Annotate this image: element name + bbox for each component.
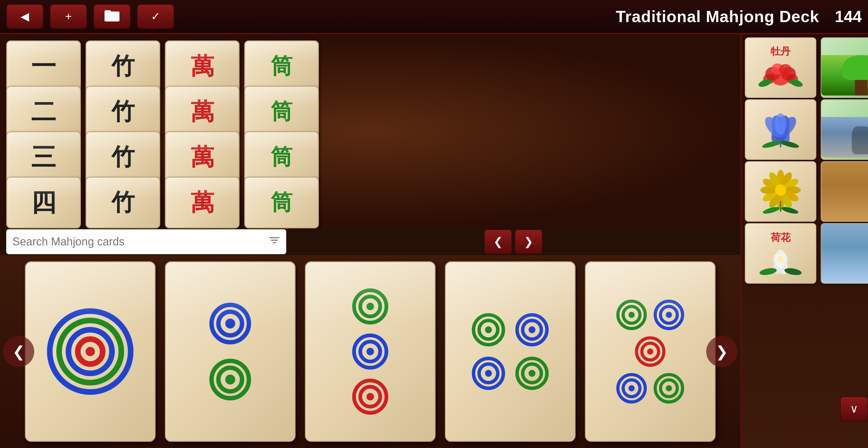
right-nav-group: ∨ ∧ [840, 396, 868, 421]
tile-circle-2[interactable]: 筒 [244, 86, 319, 137]
season-tile-spring[interactable]: 春季 [821, 37, 868, 98]
tile-man-1[interactable]: 一 [6, 40, 81, 92]
flower-tiles-col: 牡丹 [742, 34, 819, 302]
lotus-label: 荷花 [771, 231, 790, 245]
right-arrow-icon: ❯ [716, 343, 728, 360]
tile-bamboo-1[interactable]: 竹 [86, 40, 160, 92]
search-bar-area: ❮ ❯ [0, 228, 740, 255]
dot-tile-3[interactable] [305, 261, 436, 442]
tile-man-2[interactable]: 二 [6, 86, 81, 137]
card-stacks: 一 二 三 四 竹 竹 [0, 34, 740, 228]
season-tile-winter[interactable] [821, 223, 868, 284]
season-tile-autumn[interactable] [821, 161, 868, 222]
season-tiles-col: 春季 夏季 [819, 34, 868, 302]
prev-nav-icon: ❮ [493, 235, 503, 248]
svg-point-49 [666, 385, 672, 391]
tile-bamboo-2[interactable]: 竹 [86, 86, 160, 137]
svg-point-86 [777, 256, 784, 262]
tile-man-3[interactable]: 三 [6, 131, 81, 183]
scroll-down-button[interactable]: ∨ [840, 396, 868, 421]
svg-point-13 [225, 375, 235, 385]
svg-point-63 [775, 113, 786, 135]
svg-point-7 [86, 347, 95, 356]
svg-point-79 [775, 185, 786, 196]
svg-point-37 [628, 312, 635, 318]
left-panel: 一 二 三 四 竹 竹 [0, 34, 740, 448]
add-button[interactable]: + [50, 4, 87, 29]
check-button[interactable]: ✓ [137, 4, 174, 29]
check-icon: ✓ [151, 10, 160, 23]
tile-char-2[interactable]: 萬 [165, 86, 240, 137]
deck-count: 144 [835, 7, 862, 26]
spacer [323, 40, 734, 228]
svg-point-43 [647, 348, 653, 355]
spring-label: 春季 [822, 40, 868, 55]
flower-tile-lotus[interactable]: 荷花 [745, 223, 816, 284]
svg-point-54 [779, 64, 792, 75]
nav-arrows: ❮ ❯ [484, 229, 542, 254]
tile-man-4[interactable]: 四 [6, 177, 81, 228]
folder-icon [104, 9, 120, 24]
svg-point-31 [485, 370, 492, 377]
svg-point-34 [529, 370, 535, 377]
tile-bamboo-3[interactable]: 竹 [86, 131, 160, 183]
dot-tile-2[interactable] [165, 261, 296, 442]
dot-tile-4[interactable] [445, 261, 576, 442]
right-nav-area: ∨ ∧ 1 / 9 [742, 302, 868, 448]
bamboo-tiles-col: 竹 竹 竹 竹 [86, 40, 160, 228]
flower-tile-chrysanthemum[interactable] [745, 161, 816, 222]
flower-tile-orchid[interactable] [745, 99, 816, 160]
search-input[interactable] [12, 235, 266, 248]
tile-circle-1[interactable]: 筒 [244, 40, 319, 92]
flower-tile-peony[interactable]: 牡丹 [745, 37, 816, 98]
svg-point-16 [367, 303, 374, 310]
svg-point-22 [367, 393, 374, 401]
toolbar: ◀ + ✓ Traditional Mahjong Deck 144 [0, 0, 868, 34]
dot-tile-1[interactable] [25, 261, 156, 442]
season-tile-summer[interactable]: 夏季 [821, 99, 868, 160]
tile-char-4[interactable]: 萬 [165, 177, 240, 228]
svg-point-25 [485, 326, 492, 333]
tile-char-1[interactable]: 萬 [165, 40, 240, 92]
svg-point-46 [628, 385, 635, 391]
deck-title: Traditional Mahjong Deck [616, 7, 819, 26]
tile-char-3[interactable]: 萬 [165, 131, 240, 183]
right-panel: 牡丹 [740, 34, 868, 448]
tile-circle-4[interactable]: 筒 [244, 177, 319, 228]
svg-point-28 [529, 326, 535, 333]
page-left-button[interactable]: ❮ [3, 336, 34, 367]
left-arrow-icon: ❮ [12, 343, 25, 360]
search-wrapper [6, 229, 286, 254]
down-icon: ∨ [850, 402, 858, 415]
bottom-cards: ❮ [0, 255, 740, 448]
back-icon: ◀ [21, 10, 29, 23]
circle-tiles-col: 筒 筒 筒 筒 [244, 40, 319, 228]
back-button[interactable]: ◀ [6, 4, 43, 29]
tile-bamboo-4[interactable]: 竹 [86, 177, 160, 228]
summer-label: 夏季 [822, 102, 868, 117]
dot-tile-5[interactable] [585, 261, 716, 442]
filter-icon[interactable] [269, 236, 280, 247]
next-nav-button[interactable]: ❯ [515, 229, 542, 254]
right-top-area: 牡丹 [742, 34, 868, 302]
man-tiles-col: 一 二 三 四 [6, 40, 81, 228]
next-nav-icon: ❯ [524, 235, 533, 248]
svg-point-10 [225, 319, 235, 328]
tile-circle-3[interactable]: 筒 [244, 131, 319, 183]
svg-point-40 [666, 312, 672, 318]
prev-nav-button[interactable]: ❮ [484, 229, 512, 254]
folder-button[interactable] [93, 4, 131, 29]
char-tiles-col: 萬 萬 萬 萬 [165, 40, 240, 228]
svg-point-19 [367, 348, 374, 355]
peony-label: 牡丹 [771, 45, 790, 59]
page-right-button[interactable]: ❯ [706, 336, 737, 367]
main-area: 一 二 三 四 竹 竹 [0, 34, 868, 448]
plus-icon: + [65, 10, 71, 23]
